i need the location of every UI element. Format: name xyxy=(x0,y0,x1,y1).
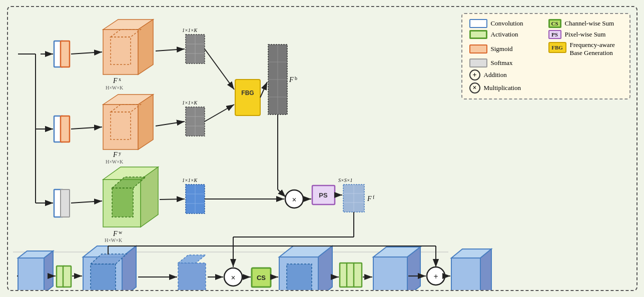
fbg-icon: FBG xyxy=(548,42,566,53)
svg-rect-2 xyxy=(103,30,138,74)
legend-empty-2 xyxy=(548,70,622,80)
svg-marker-12 xyxy=(138,94,153,150)
svg-rect-10 xyxy=(103,104,138,150)
svg-line-120 xyxy=(260,82,267,98)
svg-text:1×1×K: 1×1×K xyxy=(182,28,198,33)
svg-marker-84 xyxy=(178,255,206,263)
ps-label: Pixel-wise Sum xyxy=(565,30,606,38)
svg-text:F: F xyxy=(367,195,372,202)
svg-text:H×W×K: H×W×K xyxy=(106,159,124,164)
svg-marker-70 xyxy=(44,251,53,290)
svg-rect-31 xyxy=(61,190,70,217)
cs-label: Channel-wise Sum xyxy=(565,20,614,28)
legend-cs: CS Channel-wise Sum xyxy=(548,19,622,28)
svg-text:H×W×K: H×W×K xyxy=(105,238,123,243)
svg-rect-107 xyxy=(451,258,480,290)
legend-softmax: Softmax xyxy=(469,58,543,68)
convolution-label: Convolution xyxy=(491,20,523,28)
legend-activation: Activation xyxy=(469,30,543,39)
svg-text:1×1×K: 1×1×K xyxy=(182,100,198,106)
svg-text:F: F xyxy=(113,230,118,238)
svg-text:F: F xyxy=(113,151,118,158)
mult-icon: × xyxy=(469,82,480,94)
legend-grid: Convolution CS Channel-wise Sum Activati… xyxy=(469,19,622,94)
softmax-label: Softmax xyxy=(491,59,513,67)
svg-text:F: F xyxy=(113,77,118,84)
multiplication-label: Multiplication xyxy=(484,84,521,92)
sigmoid-icon xyxy=(469,44,487,54)
svg-text:PS: PS xyxy=(319,192,328,199)
svg-rect-21 xyxy=(112,188,133,217)
activation-label: Activation xyxy=(491,30,518,38)
svg-text:1×1×K: 1×1×K xyxy=(182,178,198,183)
activation-icon xyxy=(469,30,487,39)
svg-rect-93 xyxy=(287,264,312,290)
svg-text:w: w xyxy=(119,230,123,235)
svg-line-123 xyxy=(160,199,185,200)
svg-text:x: x xyxy=(119,76,121,82)
svg-rect-99 xyxy=(354,263,362,287)
svg-line-113 xyxy=(71,52,102,54)
svg-rect-78 xyxy=(91,264,116,290)
ps-icon: PS xyxy=(548,30,561,39)
svg-line-119 xyxy=(205,104,234,122)
legend-addition: + Addition xyxy=(469,70,543,80)
fbg-label: Frequency-awareBase Generation xyxy=(570,41,615,56)
legend-empty-1 xyxy=(548,58,622,68)
svg-text:F: F xyxy=(289,76,294,84)
svg-rect-100 xyxy=(373,257,407,290)
legend-fbg: FBG Frequency-awareBase Generation xyxy=(548,41,622,56)
svg-text:CS: CS xyxy=(256,274,265,282)
svg-line-122 xyxy=(71,201,102,203)
svg-text:×: × xyxy=(231,274,235,282)
add-icon: + xyxy=(469,70,480,80)
convolution-icon xyxy=(469,19,487,28)
svg-rect-29 xyxy=(61,116,70,142)
svg-line-126 xyxy=(278,190,286,197)
cs-icon: CS xyxy=(548,19,561,28)
svg-rect-27 xyxy=(61,41,70,67)
svg-text:y: y xyxy=(119,150,121,156)
svg-text:FBG: FBG xyxy=(241,90,254,96)
svg-line-118 xyxy=(156,122,185,126)
svg-text:f: f xyxy=(373,194,375,200)
addition-label: Addition xyxy=(484,71,507,79)
svg-line-115 xyxy=(205,49,234,90)
svg-line-117 xyxy=(71,127,102,129)
svg-rect-83 xyxy=(178,263,206,290)
svg-text:×: × xyxy=(292,196,296,204)
svg-rect-74 xyxy=(63,266,71,287)
legend-ps: PS Pixel-wise Sum xyxy=(548,30,622,39)
svg-marker-4 xyxy=(138,20,153,74)
legend-sigmoid: Sigmoid xyxy=(469,41,543,56)
main-container: F x H×W×K F y H×W×K F w H×W×K xyxy=(7,6,637,291)
svg-rect-68 xyxy=(18,258,44,290)
svg-text:H×W×K: H×W×K xyxy=(106,85,124,90)
svg-text:b: b xyxy=(295,76,297,81)
softmax-icon xyxy=(469,58,487,68)
legend-convolution: Convolution xyxy=(469,19,543,28)
legend-multiplication: × Multiplication xyxy=(469,82,543,94)
legend-box: Convolution CS Channel-wise Sum Activati… xyxy=(461,13,630,100)
svg-rect-61 xyxy=(235,80,260,116)
svg-text:S×S×1: S×S×1 xyxy=(338,178,353,183)
sigmoid-label: Sigmoid xyxy=(491,45,513,53)
svg-text:+: + xyxy=(433,272,438,281)
svg-line-114 xyxy=(156,49,185,51)
